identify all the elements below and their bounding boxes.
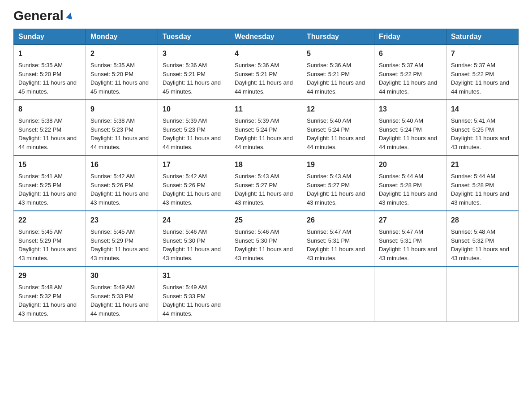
week-row-1: 1Sunrise: 5:35 AMSunset: 5:20 PMDaylight… bbox=[14, 45, 519, 100]
sunset-label: Sunset: 5:25 PM bbox=[18, 182, 61, 188]
day-number: 8 bbox=[18, 104, 81, 115]
day-cell-10: 10Sunrise: 5:39 AMSunset: 5:23 PMDayligh… bbox=[158, 100, 230, 155]
sunrise-label: Sunrise: 5:42 AM bbox=[163, 173, 207, 180]
sunrise-label: Sunrise: 5:43 AM bbox=[307, 173, 351, 180]
day-cell-17: 17Sunrise: 5:42 AMSunset: 5:26 PMDayligh… bbox=[158, 155, 230, 211]
day-cell-3: 3Sunrise: 5:36 AMSunset: 5:21 PMDaylight… bbox=[158, 45, 230, 100]
daylight-label: Daylight: 11 hours and 44 minutes. bbox=[163, 135, 221, 150]
weekday-header-row: SundayMondayTuesdayWednesdayThursdayFrid… bbox=[14, 29, 519, 45]
day-number: 30 bbox=[90, 270, 153, 281]
day-number: 22 bbox=[18, 215, 81, 226]
sunset-label: Sunset: 5:32 PM bbox=[451, 237, 494, 244]
daylight-label: Daylight: 11 hours and 44 minutes. bbox=[163, 301, 221, 317]
day-number: 25 bbox=[235, 215, 297, 226]
sunrise-label: Sunrise: 5:46 AM bbox=[235, 228, 279, 235]
sunset-label: Sunset: 5:33 PM bbox=[90, 293, 133, 300]
day-cell-28: 28Sunrise: 5:48 AMSunset: 5:32 PMDayligh… bbox=[446, 211, 519, 266]
sunset-label: Sunset: 5:27 PM bbox=[307, 182, 350, 188]
sunset-label: Sunset: 5:23 PM bbox=[163, 126, 206, 133]
sunrise-label: Sunrise: 5:49 AM bbox=[163, 284, 207, 291]
empty-cell bbox=[230, 266, 302, 322]
day-number: 5 bbox=[307, 48, 369, 59]
day-number: 27 bbox=[379, 215, 442, 226]
week-row-5: 29Sunrise: 5:48 AMSunset: 5:32 PMDayligh… bbox=[14, 266, 519, 322]
day-cell-16: 16Sunrise: 5:42 AMSunset: 5:26 PMDayligh… bbox=[86, 155, 158, 211]
day-number: 1 bbox=[18, 48, 81, 59]
daylight-label: Daylight: 11 hours and 43 minutes. bbox=[235, 246, 293, 261]
day-cell-31: 31Sunrise: 5:49 AMSunset: 5:33 PMDayligh… bbox=[158, 266, 230, 322]
daylight-label: Daylight: 11 hours and 43 minutes. bbox=[18, 190, 77, 206]
day-cell-8: 8Sunrise: 5:38 AMSunset: 5:22 PMDaylight… bbox=[14, 100, 86, 155]
daylight-label: Daylight: 11 hours and 43 minutes. bbox=[18, 246, 77, 261]
sunrise-label: Sunrise: 5:35 AM bbox=[90, 62, 135, 68]
day-number: 29 bbox=[18, 270, 81, 281]
sunset-label: Sunset: 5:30 PM bbox=[235, 237, 278, 244]
day-number: 19 bbox=[307, 159, 369, 170]
daylight-label: Daylight: 11 hours and 43 minutes. bbox=[451, 246, 509, 261]
daylight-label: Daylight: 11 hours and 43 minutes. bbox=[18, 301, 77, 317]
svg-marker-0 bbox=[66, 12, 73, 19]
daylight-label: Daylight: 11 hours and 43 minutes. bbox=[379, 190, 437, 206]
daylight-label: Daylight: 11 hours and 44 minutes. bbox=[90, 301, 149, 317]
day-cell-26: 26Sunrise: 5:47 AMSunset: 5:31 PMDayligh… bbox=[302, 211, 374, 266]
day-number: 6 bbox=[379, 48, 442, 59]
day-cell-9: 9Sunrise: 5:38 AMSunset: 5:23 PMDaylight… bbox=[86, 100, 158, 155]
page-header: General bbox=[13, 9, 519, 20]
daylight-label: Daylight: 11 hours and 43 minutes. bbox=[451, 190, 509, 206]
day-cell-25: 25Sunrise: 5:46 AMSunset: 5:30 PMDayligh… bbox=[230, 211, 302, 266]
day-number: 15 bbox=[18, 159, 81, 170]
sunset-label: Sunset: 5:29 PM bbox=[90, 237, 133, 244]
sunset-label: Sunset: 5:22 PM bbox=[379, 71, 422, 77]
weekday-header-monday: Monday bbox=[86, 29, 158, 45]
sunset-label: Sunset: 5:29 PM bbox=[18, 237, 61, 244]
day-cell-19: 19Sunrise: 5:43 AMSunset: 5:27 PMDayligh… bbox=[302, 155, 374, 211]
daylight-label: Daylight: 11 hours and 45 minutes. bbox=[163, 79, 221, 95]
sunrise-label: Sunrise: 5:49 AM bbox=[90, 284, 135, 291]
day-cell-18: 18Sunrise: 5:43 AMSunset: 5:27 PMDayligh… bbox=[230, 155, 302, 211]
calendar-table: SundayMondayTuesdayWednesdayThursdayFrid… bbox=[13, 29, 519, 322]
week-row-2: 8Sunrise: 5:38 AMSunset: 5:22 PMDaylight… bbox=[14, 100, 519, 155]
sunrise-label: Sunrise: 5:44 AM bbox=[379, 173, 423, 180]
day-cell-13: 13Sunrise: 5:40 AMSunset: 5:24 PMDayligh… bbox=[374, 100, 446, 155]
daylight-label: Daylight: 11 hours and 43 minutes. bbox=[379, 246, 437, 261]
weekday-header-friday: Friday bbox=[374, 29, 446, 45]
day-cell-11: 11Sunrise: 5:39 AMSunset: 5:24 PMDayligh… bbox=[230, 100, 302, 155]
day-cell-14: 14Sunrise: 5:41 AMSunset: 5:25 PMDayligh… bbox=[446, 100, 519, 155]
sunrise-label: Sunrise: 5:45 AM bbox=[90, 228, 135, 235]
weekday-header-thursday: Thursday bbox=[302, 29, 374, 45]
daylight-label: Daylight: 11 hours and 43 minutes. bbox=[307, 246, 365, 261]
sunrise-label: Sunrise: 5:44 AM bbox=[451, 173, 495, 180]
sunrise-label: Sunrise: 5:45 AM bbox=[18, 228, 63, 235]
empty-cell bbox=[446, 266, 519, 322]
day-number: 18 bbox=[235, 159, 297, 170]
day-cell-20: 20Sunrise: 5:44 AMSunset: 5:28 PMDayligh… bbox=[374, 155, 446, 211]
sunrise-label: Sunrise: 5:39 AM bbox=[235, 117, 279, 124]
sunset-label: Sunset: 5:24 PM bbox=[235, 126, 278, 133]
daylight-label: Daylight: 11 hours and 44 minutes. bbox=[379, 135, 437, 150]
day-number: 9 bbox=[90, 104, 153, 115]
day-cell-6: 6Sunrise: 5:37 AMSunset: 5:22 PMDaylight… bbox=[374, 45, 446, 100]
day-cell-7: 7Sunrise: 5:37 AMSunset: 5:22 PMDaylight… bbox=[446, 45, 519, 100]
day-cell-29: 29Sunrise: 5:48 AMSunset: 5:32 PMDayligh… bbox=[14, 266, 86, 322]
day-number: 11 bbox=[235, 104, 297, 115]
empty-cell bbox=[374, 266, 446, 322]
day-number: 17 bbox=[163, 159, 225, 170]
sunset-label: Sunset: 5:20 PM bbox=[90, 71, 133, 77]
daylight-label: Daylight: 11 hours and 43 minutes. bbox=[163, 246, 221, 261]
sunrise-label: Sunrise: 5:42 AM bbox=[90, 173, 135, 180]
sunset-label: Sunset: 5:28 PM bbox=[379, 182, 422, 188]
logo-general-text: General bbox=[13, 9, 64, 22]
day-cell-2: 2Sunrise: 5:35 AMSunset: 5:20 PMDaylight… bbox=[86, 45, 158, 100]
day-cell-22: 22Sunrise: 5:45 AMSunset: 5:29 PMDayligh… bbox=[14, 211, 86, 266]
daylight-label: Daylight: 11 hours and 43 minutes. bbox=[90, 246, 149, 261]
daylight-label: Daylight: 11 hours and 44 minutes. bbox=[379, 79, 437, 95]
daylight-label: Daylight: 11 hours and 44 minutes. bbox=[307, 79, 365, 95]
day-number: 13 bbox=[379, 104, 442, 115]
day-number: 24 bbox=[163, 215, 225, 226]
sunset-label: Sunset: 5:31 PM bbox=[379, 237, 422, 244]
day-cell-21: 21Sunrise: 5:44 AMSunset: 5:28 PMDayligh… bbox=[446, 155, 519, 211]
day-number: 20 bbox=[379, 159, 442, 170]
sunrise-label: Sunrise: 5:37 AM bbox=[451, 62, 495, 68]
day-number: 26 bbox=[307, 215, 369, 226]
sunrise-label: Sunrise: 5:40 AM bbox=[307, 117, 351, 124]
